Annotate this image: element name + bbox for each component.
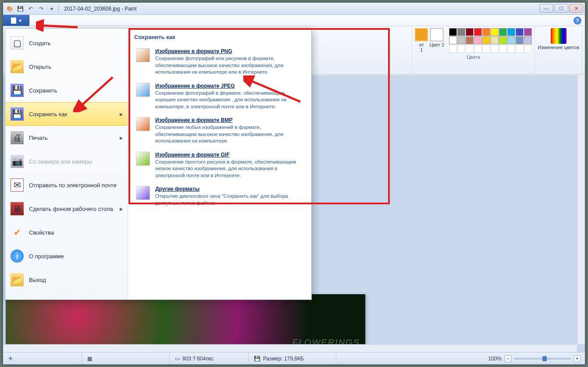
palette-swatch[interactable]	[466, 45, 474, 53]
file-menu-item-desktop[interactable]: 🖥Сделать фоном рабочего стола▶	[5, 197, 128, 221]
zoom-value: 100%	[488, 356, 502, 362]
palette-swatch[interactable]	[516, 45, 524, 53]
saveas-option-2[interactable]: Изображение в формате BMPСохранение любы…	[134, 114, 305, 148]
paint-window: 🎨 💾 ↶ ↷ ▾ 2017-04-02_203606.jpg - Paint …	[3, 2, 585, 365]
saveas-option-4[interactable]: Другие форматыОткрытие диалогового окна …	[134, 182, 305, 210]
dimensions-icon: ▭	[175, 356, 180, 362]
palette-swatch[interactable]	[507, 28, 515, 36]
color2-button[interactable]: Цвет 2	[429, 28, 444, 47]
palette-swatch[interactable]	[516, 36, 524, 44]
quick-access-toolbar: 🎨 💾 ↶ ↷ ▾	[5, 4, 57, 14]
minimize-button[interactable]: —	[539, 4, 553, 13]
zoom-thumb[interactable]	[542, 356, 547, 361]
file-menu-item-about[interactable]: iО программе	[5, 244, 128, 268]
status-dimensions-cell: ▭ 803 ? 604пкс	[170, 353, 249, 364]
edit-colors-label: Изменение цветов	[538, 45, 579, 50]
help-button[interactable]: ?	[574, 17, 581, 25]
rainbow-icon	[551, 28, 567, 44]
zoom-slider[interactable]	[514, 358, 571, 360]
close-button[interactable]: ✕	[569, 4, 583, 13]
option-heading: Изображение в формате PNG	[155, 48, 303, 54]
color-palette	[449, 28, 532, 53]
palette-swatch[interactable]	[507, 45, 515, 53]
format-icon	[136, 152, 150, 166]
color2-label: Цвет 2	[429, 42, 444, 47]
app-icon[interactable]: 🎨	[5, 4, 14, 14]
qat-redo-icon[interactable]: ↷	[36, 4, 46, 14]
format-icon	[136, 83, 150, 97]
file-menu-button[interactable]: ▾	[3, 15, 29, 26]
maximize-button[interactable]: ☐	[554, 4, 568, 13]
palette-swatch[interactable]	[482, 45, 490, 53]
palette-swatch[interactable]	[491, 36, 499, 44]
option-heading: Изображение в формате JPEG	[155, 83, 303, 89]
file-menu-item-new[interactable]: ▢Создать	[5, 31, 128, 55]
file-menu-item-save[interactable]: 💾Сохранить	[5, 78, 128, 102]
titlebar: 🎨 💾 ↶ ↷ ▾ 2017-04-02_203606.jpg - Paint …	[3, 3, 585, 15]
qat-save-icon[interactable]: 💾	[15, 4, 25, 14]
vertical-scrollbar[interactable]	[577, 75, 585, 344]
file-menu-item-props[interactable]: ✔Свойства	[5, 221, 128, 244]
palette-swatch[interactable]	[507, 36, 515, 44]
palette-swatch[interactable]	[491, 45, 499, 53]
palette-swatch[interactable]	[449, 45, 457, 53]
palette-swatch[interactable]	[474, 45, 482, 53]
palette-swatch[interactable]	[499, 36, 507, 44]
palette-swatch[interactable]	[499, 45, 507, 53]
ribbon-edit-colors-group: Изменение цветов	[535, 26, 582, 74]
color-selectors: ет 1 Цвет 2	[415, 28, 532, 53]
palette-swatch[interactable]	[449, 28, 457, 36]
palette-swatch[interactable]	[499, 28, 507, 36]
palette-swatch[interactable]	[449, 36, 457, 44]
submenu-arrow-icon: ▶	[120, 207, 123, 211]
status-cursor-cell: ✛	[3, 353, 82, 364]
horizontal-scrollbar[interactable]	[3, 344, 577, 352]
option-description: Сохранение любых изображений в формате, …	[155, 124, 303, 145]
scan-icon: 📷	[11, 155, 24, 168]
palette-swatch[interactable]	[474, 28, 482, 36]
palette-swatch[interactable]	[466, 36, 474, 44]
file-menu-item-mail[interactable]: ✉Отправить по электронной почте	[5, 173, 128, 197]
status-filesize-cell: 💾 Размер: 179,6КБ	[249, 353, 336, 364]
desktop-icon: 🖥	[11, 202, 24, 215]
option-description: Сохранение фотографий в формате, обеспеч…	[155, 90, 303, 110]
palette-swatch[interactable]	[457, 45, 465, 53]
palette-swatch[interactable]	[524, 45, 532, 53]
palette-swatch[interactable]	[474, 36, 482, 44]
palette-swatch[interactable]	[482, 28, 490, 36]
color1-button[interactable]: ет 1	[415, 28, 428, 53]
zoom-out-button[interactable]: −	[504, 355, 511, 362]
saveas-option-0[interactable]: Изображение в формате PNGСохранение фото…	[134, 45, 305, 79]
ribbon-tabstrip: ▾ ?	[3, 15, 585, 26]
option-description: Открытие диалогового окна "Сохранить как…	[155, 193, 303, 207]
palette-swatch[interactable]	[466, 28, 474, 36]
saveas-option-1[interactable]: Изображение в формате JPEGСохранение фот…	[134, 79, 305, 114]
file-icon	[11, 18, 16, 24]
file-menu-item-label: Сделать фоном рабочего стола	[29, 206, 113, 212]
file-menu-item-label: Открыть	[29, 64, 51, 70]
file-menu-item-label: Сохранить	[29, 87, 57, 94]
edit-colors-button[interactable]: Изменение цветов	[538, 28, 579, 50]
file-menu-item-exit[interactable]: 📂Выход	[5, 268, 128, 292]
palette-swatch[interactable]	[524, 36, 532, 44]
file-menu-item-print[interactable]: 🖨Печать▶	[5, 126, 128, 150]
palette-swatch[interactable]	[516, 28, 524, 36]
file-menu-right: Сохранить как Изображение в формате PNGС…	[128, 29, 311, 299]
file-menu-item-saveas[interactable]: 💾Сохранить как▶	[5, 102, 128, 126]
palette-swatch[interactable]	[524, 28, 532, 36]
palette-swatch[interactable]	[491, 28, 499, 36]
saveas-icon: 💾	[11, 107, 24, 121]
qat-undo-icon[interactable]: ↶	[26, 4, 36, 14]
saveas-option-3[interactable]: Изображение в формате GIFСохранение прос…	[134, 148, 305, 183]
canvas-image[interactable]: FLOWERINGS	[6, 294, 365, 351]
submenu-arrow-icon: ▶	[120, 112, 123, 117]
zoom-in-button[interactable]: +	[574, 355, 581, 362]
format-icon	[136, 117, 150, 131]
option-description: Сохранение фотографий или рисунков в фор…	[155, 55, 303, 76]
print-icon: 🖨	[11, 131, 24, 144]
palette-swatch[interactable]	[482, 36, 490, 44]
palette-swatch[interactable]	[457, 36, 465, 44]
palette-swatch[interactable]	[457, 28, 465, 36]
file-menu-item-open[interactable]: 📂Открыть	[5, 55, 128, 78]
qat-customize-icon[interactable]: ▾	[47, 4, 57, 14]
